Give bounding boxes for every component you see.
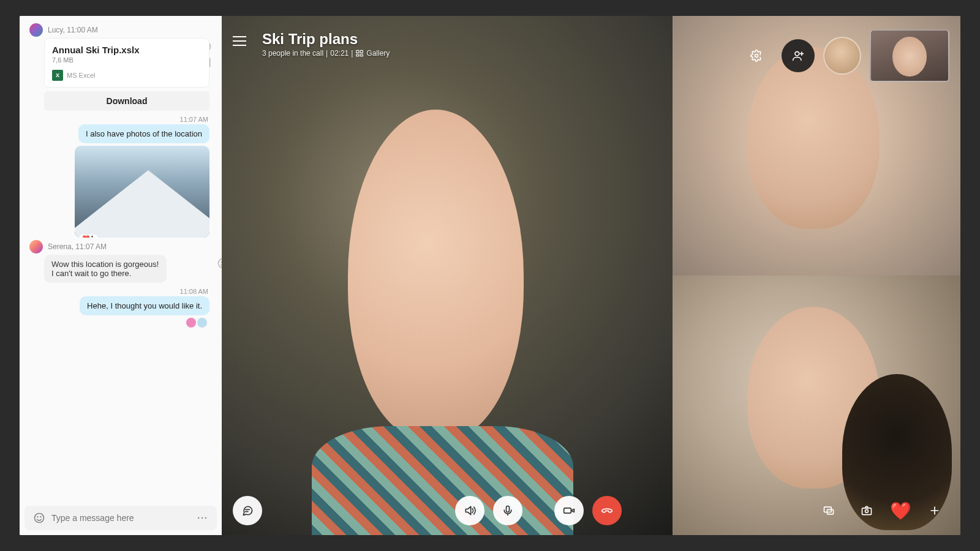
call-controls: ❤️ <box>222 496 960 525</box>
participant-avatar[interactable] <box>823 37 861 75</box>
reaction-count: 1 <box>91 235 94 238</box>
message-sender-lucy: Lucy, 11:00 AM <box>29 23 214 37</box>
reaction-badge[interactable]: ❤️ 1 <box>78 234 98 238</box>
sender-text: Serena, 11:07 AM <box>48 242 107 251</box>
microphone-button[interactable] <box>493 496 522 525</box>
settings-button[interactable] <box>740 39 773 72</box>
message-other-1[interactable]: Wow this location is gorgeous! I can't w… <box>44 255 167 283</box>
add-participant-button[interactable] <box>782 39 815 72</box>
avatar-lucy <box>29 23 43 37</box>
svg-point-11 <box>205 517 207 519</box>
share-screen-button[interactable] <box>814 496 843 525</box>
file-type: MS Excel <box>67 72 95 79</box>
svg-point-23 <box>865 509 869 512</box>
react-icon[interactable] <box>217 257 222 268</box>
heart-icon: ❤️ <box>82 235 89 238</box>
menu-icon[interactable] <box>233 31 254 51</box>
excel-icon: X <box>52 70 63 81</box>
svg-rect-22 <box>862 508 872 515</box>
svg-point-16 <box>755 54 758 58</box>
call-subtitle: 3 people in the call | 02:21 | Gallery <box>262 49 390 58</box>
svg-point-9 <box>198 517 200 519</box>
svg-rect-19 <box>564 508 571 513</box>
call-top-controls <box>740 29 949 82</box>
chat-panel: Lucy, 11:00 AM Annual Ski Trip.xslx 7,6 … <box>20 16 222 535</box>
chat-scroll[interactable]: Lucy, 11:00 AM Annual Ski Trip.xslx 7,6 … <box>20 16 222 501</box>
timestamp: 11:07 AM <box>27 116 208 123</box>
self-preview[interactable] <box>870 29 949 82</box>
read-receipts <box>27 318 207 328</box>
file-name: Annual Ski Trip.xslx <box>52 45 202 55</box>
sender-text: Lucy, 11:00 AM <box>48 26 98 34</box>
receipt-avatar <box>197 318 207 328</box>
app-window: Lucy, 11:00 AM Annual Ski Trip.xslx 7,6 … <box>20 16 960 535</box>
message-input[interactable] <box>51 513 190 523</box>
svg-rect-18 <box>506 506 509 512</box>
svg-rect-15 <box>361 54 363 56</box>
speaker-button[interactable] <box>455 496 484 525</box>
avatar-serena <box>29 240 43 253</box>
svg-point-8 <box>40 517 41 517</box>
receipt-avatar <box>186 318 196 328</box>
timestamp: 11:08 AM <box>27 288 208 295</box>
call-area: Ski Trip plans 3 people in the call | 02… <box>222 16 960 535</box>
photo-attachment[interactable]: ❤️ 1 <box>75 146 209 238</box>
end-call-button[interactable] <box>592 496 622 525</box>
file-attachment[interactable]: Annual Ski Trip.xslx 7,6 MB X MS Excel <box>44 38 209 88</box>
download-button[interactable]: Download <box>44 91 209 111</box>
chat-toggle-button[interactable] <box>233 496 262 525</box>
side-video-grid <box>673 16 960 535</box>
file-size: 7,6 MB <box>52 56 202 64</box>
message-own-2[interactable]: Hehe, I thought you would like it. <box>80 296 209 315</box>
call-header: Ski Trip plans 3 people in the call | 02… <box>233 31 390 58</box>
reaction-heart-button[interactable]: ❤️ <box>890 501 911 521</box>
main-video[interactable] <box>222 16 673 535</box>
svg-point-6 <box>35 514 44 523</box>
more-icon[interactable] <box>196 512 208 524</box>
svg-rect-12 <box>356 50 359 53</box>
call-title: Ski Trip plans <box>262 31 390 48</box>
camera-button[interactable] <box>554 496 584 525</box>
snapshot-button[interactable] <box>852 496 881 525</box>
message-sender-serena: Serena, 11:07 AM <box>29 240 214 253</box>
svg-point-7 <box>37 517 38 517</box>
message-own-1[interactable]: I also have photos of the location <box>78 124 209 143</box>
more-options-button[interactable] <box>920 496 949 525</box>
svg-rect-14 <box>356 54 359 56</box>
svg-point-10 <box>202 517 203 519</box>
emoji-icon[interactable] <box>33 512 45 524</box>
svg-point-17 <box>795 51 799 56</box>
svg-rect-13 <box>361 50 363 53</box>
compose-bar <box>24 506 217 530</box>
